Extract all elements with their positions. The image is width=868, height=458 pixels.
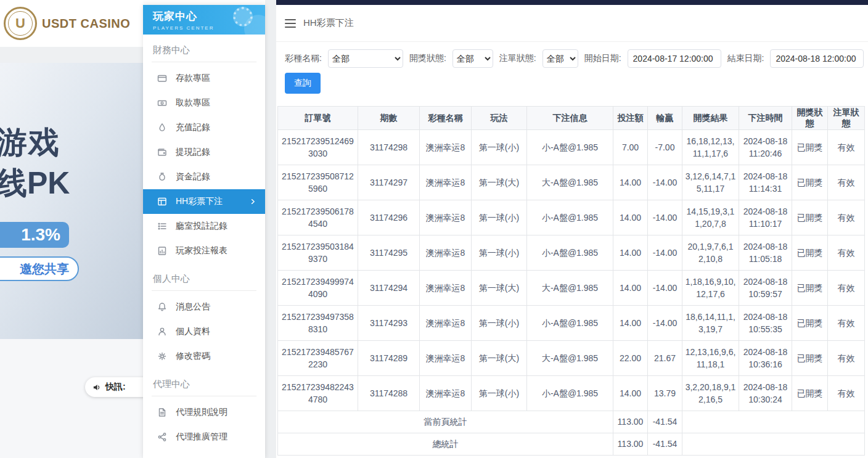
table-cell: 2024-08-18 10:55:35 [739, 306, 792, 341]
promo-invite-pill[interactable]: 邀您共享 [0, 256, 79, 281]
menu-toggle-icon[interactable] [285, 19, 296, 28]
table-cell: 第一球(小) [472, 376, 527, 411]
sidebar-item-label: 代理推廣管理 [176, 431, 227, 443]
table-cell: 31174293 [358, 306, 420, 341]
sidebar-item-label: 充值記錄 [176, 122, 210, 133]
sidebar-item[interactable]: 廳室投註記錄 [143, 214, 265, 239]
sidebar-item[interactable]: 資金記錄 [143, 165, 265, 189]
table-cell: 14.00 [613, 376, 648, 411]
table-cell: 31174294 [358, 271, 420, 306]
news-ticker[interactable]: 快訊: [85, 377, 149, 397]
sidebar-item-label: 消息公告 [176, 301, 210, 313]
table-cell: 22.00 [613, 341, 648, 376]
table-cell: 20,1,9,7,6,12,10,8 [682, 235, 739, 271]
table-cell: 16,18,12,13,11,1,17,6 [682, 130, 739, 165]
table-cell: 第一球(小) [472, 130, 527, 165]
page-background-strip [0, 47, 143, 63]
table-cell: 14.00 [613, 306, 648, 341]
table-cell: 小-A盤@1.985 [527, 235, 613, 271]
sidebar-item[interactable]: HH彩票下注 [143, 189, 265, 214]
table-cell: -14.00 [648, 306, 682, 341]
filter-actions: 查詢 [285, 73, 864, 94]
table-cell: 有效 [828, 235, 865, 271]
table-cell: 有效 [828, 200, 865, 235]
order-status-label: 注單狀態: [499, 53, 536, 64]
sidebar-header: 玩家中心 PLAYERS CENTER [143, 5, 265, 35]
table-cell: 已開獎 [792, 376, 828, 411]
table-cell: 2152172395124693030 [278, 130, 358, 165]
table-cell: 31174298 [358, 130, 420, 165]
query-button[interactable]: 查詢 [285, 73, 321, 94]
column-header: 下注時間 [739, 107, 792, 130]
table-cell: 有效 [828, 165, 865, 200]
table-row: 215217239485767223031174289澳洲幸运8第一球(大)大-… [278, 341, 865, 376]
sidebar-item-label: 修改密碼 [176, 351, 210, 362]
background-gap [265, 0, 276, 458]
end-date-input[interactable] [770, 49, 864, 68]
lottery-name-select[interactable]: 全部 [328, 49, 403, 68]
sidebar-item[interactable]: 修改密碼 [143, 344, 265, 369]
summary-bet-total: 113.00 [613, 411, 648, 433]
column-header: 訂單號 [278, 107, 358, 130]
table-row: 215217239512469303031174298澳洲幸运8第一球(小)小-… [278, 130, 865, 165]
sidebar-item[interactable]: 充值記錄 [143, 115, 265, 140]
table-cell: 2152172395061784540 [278, 200, 358, 235]
sidebar-item[interactable]: 玩家投注報表 [143, 239, 265, 263]
start-date-input[interactable] [628, 49, 721, 68]
sidebar-item-label: 代理規則說明 [176, 407, 227, 418]
sidebar-item[interactable]: 代理推廣管理 [143, 425, 265, 449]
room-bet-record-icon [157, 221, 167, 231]
table-cell: 2152172394999744090 [278, 271, 358, 306]
sidebar-menu: 財務中心存款專區取款專區充值記錄提現記錄資金記錄HH彩票下注廳室投註記錄玩家投注… [143, 35, 265, 449]
table-cell: 第一球(小) [472, 200, 527, 235]
table-cell: 18,6,14,11,1,3,19,7 [682, 306, 739, 341]
sidebar-subtitle: PLAYERS CENTER [153, 25, 265, 31]
lottery-bet-icon [157, 197, 167, 207]
table-cell: 澳洲幸运8 [420, 271, 472, 306]
document-icon [157, 407, 167, 417]
table-cell: 14.00 [613, 165, 648, 200]
table-cell: 已開獎 [792, 165, 828, 200]
table-cell: 1,18,16,9,10,12,17,6 [682, 271, 739, 306]
withdrawal-record-icon [157, 147, 167, 157]
promo-banner: 游戏 线PK 1.3% 邀您共享 [0, 63, 143, 339]
table-cell: 12,13,16,9,6,11,18,1 [682, 341, 739, 376]
table-cell: 第一球(大) [472, 341, 527, 376]
column-header: 開獎結果 [682, 107, 739, 130]
table-row: 215217239506178454031174296澳洲幸运8第一球(小)小-… [278, 200, 865, 235]
end-date-label: 結束日期: [727, 53, 764, 64]
recharge-record-icon [157, 123, 167, 133]
sidebar-item[interactable]: 代理規則說明 [143, 400, 265, 425]
table-row: 215217239497358831031174293澳洲幸运8第一球(小)小-… [278, 306, 865, 341]
main-panel: HH彩票下注 彩種名稱: 全部 開獎狀態: 全部 注單狀態: 全部 開始日期: … [276, 5, 868, 458]
summary-label: 總統計 [278, 433, 613, 456]
table-row: 215217239499974409031174294澳洲幸运8第一球(大)大-… [278, 271, 865, 306]
table-cell: 小-A盤@1.985 [527, 306, 613, 341]
summary-empty [682, 433, 865, 456]
sidebar-item-label: HH彩票下注 [176, 196, 223, 207]
sidebar-item[interactable]: 提現記錄 [143, 140, 265, 165]
table-cell: 3,12,6,14,7,15,11,17 [682, 165, 739, 200]
table-cell: -14.00 [648, 165, 682, 200]
draw-status-select[interactable]: 全部 [452, 49, 493, 68]
order-status-select[interactable]: 全部 [542, 49, 578, 68]
site-top-bar [276, 0, 868, 5]
table-cell: 已開獎 [792, 341, 828, 376]
sidebar-item-label: 提現記錄 [176, 147, 210, 158]
background-filler [143, 0, 265, 5]
content-header: HH彩票下注 [276, 5, 868, 42]
page: U USDT CASINO 游戏 线PK 1.3% 邀您共享 快訊: 玩家中心 … [0, 0, 868, 458]
table-cell: 31174288 [358, 376, 420, 411]
sidebar-item[interactable]: 個人資料 [143, 319, 265, 344]
ticker-label: 快訊: [105, 382, 126, 393]
deposit-card-icon [157, 73, 167, 83]
table-cell: -7.00 [648, 130, 682, 165]
sidebar-item[interactable]: 消息公告 [143, 295, 265, 319]
sidebar-item[interactable]: 存款專區 [143, 66, 265, 91]
sidebar-item[interactable]: 取款專區 [143, 91, 265, 115]
table-cell: 小-A盤@1.985 [527, 376, 613, 411]
lottery-name-label: 彩種名稱: [285, 53, 322, 64]
summary-winloss-total: -41.54 [648, 411, 682, 433]
sidebar-item-label: 取款專區 [176, 97, 210, 108]
casino-logo-icon[interactable]: U [4, 7, 37, 40]
